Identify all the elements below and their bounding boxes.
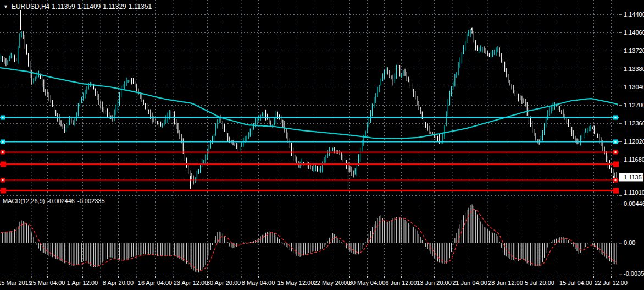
price-axis-label: 1.11010 (624, 189, 644, 196)
time-axis-label: 13 Jun 20:00 (417, 280, 452, 286)
price-axis-label: 1.13380 (624, 65, 644, 72)
resistance-line-lower-handle-dot (615, 141, 617, 143)
macd-axis-label: 0.00 (624, 239, 635, 246)
chart-canvas[interactable]: 1.144001.140601.137201.133801.130401.127… (0, 0, 644, 290)
macd-axis-label: -0.00357 (624, 270, 644, 277)
price-axis-label: 1.12020 (624, 138, 644, 145)
time-axis[interactable]: 15 Mar 201925 Mar 04:001 Apr 12:008 Apr … (0, 277, 644, 290)
time-axis-label: 25 Mar 04:00 (30, 280, 65, 286)
time-axis-label: 1 Apr 12:00 (67, 280, 98, 286)
resistance-line-upper-handle-dot (2, 117, 4, 118)
trading-terminal-window: 1.144001.140601.137201.133801.130401.127… (0, 0, 644, 290)
support-line-4-handle[interactable] (613, 188, 619, 194)
time-axis-label: 15 May 12:00 (277, 280, 314, 286)
time-axis-label: 28 Jun 12:00 (488, 280, 523, 286)
time-axis-label: 22 May 20:00 (314, 280, 351, 286)
price-axis-label: 1.13720 (624, 47, 644, 54)
support-line-1-handle-dot (615, 151, 617, 153)
time-axis-label: 16 Apr 04:00 (138, 280, 172, 286)
support-line-2-handle[interactable] (613, 162, 619, 167)
time-axis-label: 15 Jul 04:00 (559, 280, 592, 286)
support-line-1-handle-dot (2, 151, 4, 153)
support-line-3-handle-dot (615, 179, 617, 181)
price-axis-label: 1.12360 (624, 120, 644, 127)
price-axis[interactable]: 1.144001.140601.137201.133801.130401.127… (619, 0, 644, 196)
price-axis-label: 1.14060 (624, 29, 644, 36)
chart-background (0, 0, 644, 290)
time-axis-label: 30 Apr 20:00 (207, 280, 241, 286)
time-axis-label: 5 Jul 20:00 (525, 280, 554, 286)
current-price-value: 1.11351 (624, 174, 644, 180)
price-axis-label: 1.13040 (624, 84, 644, 90)
time-axis-label: 6 Jun 12:00 (385, 280, 417, 286)
support-line-3-handle-dot (2, 179, 4, 181)
current-price-tag: 1.11351 (619, 173, 644, 181)
time-axis-label: 22 Jul 12:00 (595, 280, 628, 286)
price-axis-label: 1.11680 (624, 156, 644, 163)
support-line-4-handle[interactable] (1, 188, 6, 194)
time-axis-label: 30 May 04:00 (349, 280, 386, 286)
time-axis-label: 8 Apr 20:00 (103, 280, 134, 286)
time-axis-label: 21 Jun 04:00 (452, 280, 487, 286)
price-axis-label: 1.12700 (624, 102, 644, 108)
resistance-line-upper-handle-dot (615, 117, 617, 118)
resistance-line-lower-handle-dot (2, 141, 4, 143)
time-axis-label: 23 Apr 12:00 (174, 280, 208, 286)
support-line-2-handle[interactable] (1, 162, 6, 167)
time-axis-label: 15 Mar 2019 (0, 280, 32, 286)
time-axis-label: 8 May 04:00 (242, 280, 275, 286)
macd-axis-label: 0.004464 (624, 200, 644, 207)
price-axis-label: 1.14400 (624, 11, 644, 18)
